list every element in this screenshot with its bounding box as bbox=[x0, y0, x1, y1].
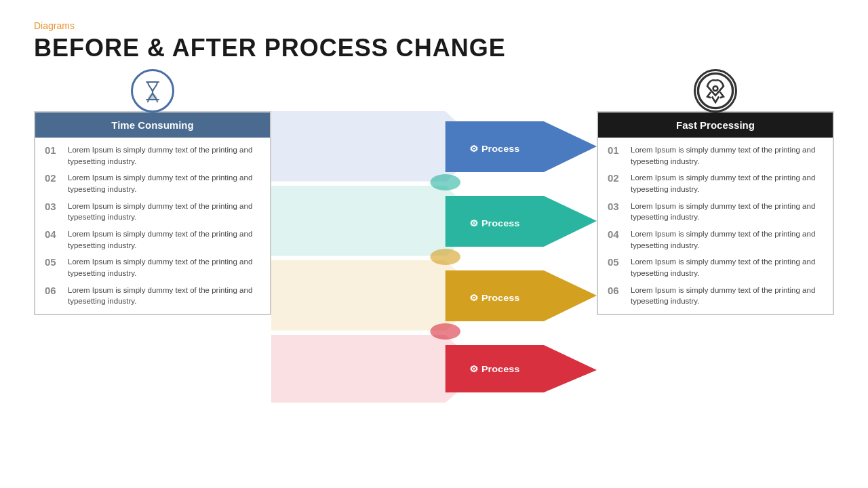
svg-marker-4 bbox=[446, 196, 597, 247]
left-list-item: 04 Lorem Ipsum is simply dummy text of t… bbox=[45, 228, 260, 251]
middle-arrows: ⚙ Process ⚙ Process ⚙ Process ⚙ Process bbox=[271, 111, 597, 403]
main-title: BEFORE & AFTER PROCESS CHANGE bbox=[34, 34, 834, 62]
right-list-item: 06 Lorem Ipsum is simply dummy text of t… bbox=[608, 285, 823, 307]
right-list-item: 03 Lorem Ipsum is simply dummy text of t… bbox=[608, 201, 823, 223]
list-num: 04 bbox=[608, 228, 627, 241]
left-box: Time Consuming 01 Lorem Ipsum is simply … bbox=[34, 111, 271, 315]
list-num: 06 bbox=[608, 285, 627, 297]
svg-point-15 bbox=[430, 174, 460, 190]
left-panel: Time Consuming 01 Lorem Ipsum is simply … bbox=[34, 76, 271, 315]
list-text: Lorem Ipsum is simply dummy text of the … bbox=[631, 172, 823, 195]
hourglass-icon bbox=[131, 69, 174, 113]
list-text: Lorem Ipsum is simply dummy text of the … bbox=[68, 285, 260, 307]
list-num: 06 bbox=[45, 285, 64, 297]
left-list-item: 01 Lorem Ipsum is simply dummy text of t… bbox=[45, 144, 260, 167]
list-num: 03 bbox=[608, 201, 627, 213]
right-list-item: 04 Lorem Ipsum is simply dummy text of t… bbox=[608, 228, 823, 251]
list-num: 03 bbox=[45, 201, 64, 213]
list-num: 04 bbox=[45, 228, 64, 241]
list-num: 05 bbox=[45, 256, 64, 268]
svg-text:⚙ Process: ⚙ Process bbox=[469, 365, 520, 374]
left-list-item: 02 Lorem Ipsum is simply dummy text of t… bbox=[45, 172, 260, 195]
list-text: Lorem Ipsum is simply dummy text of the … bbox=[68, 144, 260, 167]
left-list-item: 03 Lorem Ipsum is simply dummy text of t… bbox=[45, 201, 260, 223]
list-text: Lorem Ipsum is simply dummy text of the … bbox=[631, 144, 823, 167]
list-num: 05 bbox=[608, 256, 627, 268]
list-text: Lorem Ipsum is simply dummy text of the … bbox=[631, 285, 823, 307]
list-num: 02 bbox=[608, 172, 627, 184]
rocket-icon bbox=[694, 69, 737, 113]
svg-point-16 bbox=[430, 249, 460, 265]
left-box-content: 01 Lorem Ipsum is simply dummy text of t… bbox=[35, 138, 270, 314]
right-list-item: 02 Lorem Ipsum is simply dummy text of t… bbox=[608, 172, 823, 195]
list-text: Lorem Ipsum is simply dummy text of the … bbox=[68, 172, 260, 195]
svg-text:⚙ Process: ⚙ Process bbox=[469, 144, 520, 154]
list-text: Lorem Ipsum is simply dummy text of the … bbox=[68, 256, 260, 279]
left-list-item: 06 Lorem Ipsum is simply dummy text of t… bbox=[45, 285, 260, 307]
diagram-area: Time Consuming 01 Lorem Ipsum is simply … bbox=[34, 76, 834, 422]
page: Diagrams BEFORE & AFTER PROCESS CHANGE T… bbox=[0, 0, 868, 488]
category-label: Diagrams bbox=[34, 20, 834, 31]
svg-text:⚙ Process: ⚙ Process bbox=[469, 219, 520, 228]
arrows-svg: ⚙ Process ⚙ Process ⚙ Process ⚙ Process bbox=[271, 111, 597, 403]
list-num: 02 bbox=[45, 172, 64, 184]
right-panel: Fast Processing 01 Lorem Ipsum is simply… bbox=[597, 76, 834, 315]
svg-marker-7 bbox=[446, 270, 597, 321]
list-num: 01 bbox=[608, 144, 627, 157]
svg-marker-10 bbox=[446, 345, 597, 392]
svg-text:⚙ Process: ⚙ Process bbox=[469, 293, 520, 303]
right-box-content: 01 Lorem Ipsum is simply dummy text of t… bbox=[598, 138, 833, 314]
svg-marker-1 bbox=[446, 121, 597, 172]
left-box-header: Time Consuming bbox=[35, 113, 270, 138]
left-list-item: 05 Lorem Ipsum is simply dummy text of t… bbox=[45, 256, 260, 279]
right-list-item: 01 Lorem Ipsum is simply dummy text of t… bbox=[608, 144, 823, 167]
list-text: Lorem Ipsum is simply dummy text of the … bbox=[68, 228, 260, 251]
svg-point-17 bbox=[430, 323, 460, 340]
right-box-header: Fast Processing bbox=[598, 113, 833, 138]
right-list-item: 05 Lorem Ipsum is simply dummy text of t… bbox=[608, 256, 823, 279]
list-num: 01 bbox=[45, 144, 64, 157]
list-text: Lorem Ipsum is simply dummy text of the … bbox=[631, 228, 823, 251]
list-text: Lorem Ipsum is simply dummy text of the … bbox=[631, 256, 823, 279]
right-box: Fast Processing 01 Lorem Ipsum is simply… bbox=[597, 111, 834, 315]
list-text: Lorem Ipsum is simply dummy text of the … bbox=[631, 201, 823, 223]
list-text: Lorem Ipsum is simply dummy text of the … bbox=[68, 201, 260, 223]
